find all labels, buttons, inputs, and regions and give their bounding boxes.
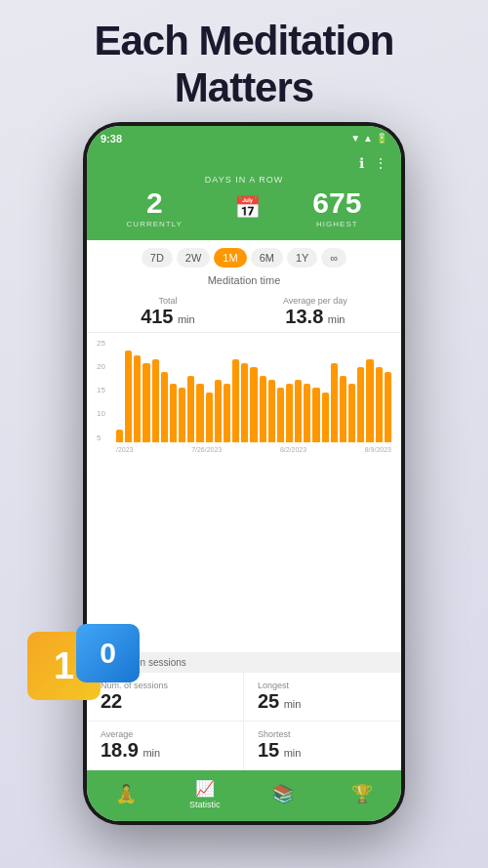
chart-bar-16 xyxy=(260,376,266,442)
calendar-overlay: 1 0 xyxy=(27,624,140,717)
average-sessions-label: Average xyxy=(101,729,229,739)
y-label-15: 15 xyxy=(97,386,105,394)
shortest-value: 15 min xyxy=(258,739,387,762)
currently-stat: 2 CURRENTLY xyxy=(127,188,183,228)
days-in-row-label: DAYS IN A ROW xyxy=(101,175,387,185)
chart-bars xyxy=(116,337,391,444)
chart-area: 25 20 15 10 5 /2023 7/26/2023 8/2/2023 8… xyxy=(87,333,401,652)
average-label: Average per day xyxy=(283,296,347,306)
chart-bar-26 xyxy=(348,384,355,441)
wifi-icon: ▼ xyxy=(350,133,360,144)
meditation-time-section-title: Meditation time xyxy=(87,271,401,290)
chart-bar-24 xyxy=(331,363,338,442)
calendar-icon: 📅 xyxy=(234,195,261,221)
filter-1m[interactable]: 1M xyxy=(214,248,246,268)
y-label-20: 20 xyxy=(97,362,105,371)
chart-bar-15 xyxy=(250,367,257,441)
chart-y-labels: 25 20 15 10 5 xyxy=(97,337,105,444)
chart-bar-11 xyxy=(215,380,222,442)
average-unit: min xyxy=(328,313,346,325)
y-label-25: 25 xyxy=(97,339,105,348)
nav-statistic[interactable]: 📈 Statistic xyxy=(166,779,245,809)
chart-bar-22 xyxy=(312,388,319,441)
library-icon: 📚 xyxy=(272,783,294,805)
chart-bar-30 xyxy=(385,372,391,442)
time-filter-bar: 7D 2W 1M 6M 1Y ∞ xyxy=(87,240,401,271)
longest-label: Longest xyxy=(258,681,387,690)
average-sessions-stat: Average 18.9 min xyxy=(87,722,244,770)
x-label-4: 8/9/2023 xyxy=(365,446,391,453)
calendar-front: 0 xyxy=(76,624,140,682)
highest-label: HIGHEST xyxy=(312,220,361,228)
x-label-3: 8/2/2023 xyxy=(280,446,306,453)
chart-bar-4 xyxy=(152,359,159,442)
signal-icon: ▲ xyxy=(363,133,373,144)
y-label-5: 5 xyxy=(97,434,105,442)
stats-row: Total 415 min Average per day 13.8 min xyxy=(87,290,401,333)
filter-6m[interactable]: 6M xyxy=(251,248,283,268)
nav-meditate[interactable]: 🧘 xyxy=(87,783,166,806)
chart-bar-0 xyxy=(116,430,123,442)
shortest-number: 15 xyxy=(258,739,279,761)
chart-bar-9 xyxy=(196,384,203,441)
page-title: Each Meditation Matters xyxy=(94,18,393,112)
total-value: 415 min xyxy=(141,306,195,328)
longest-unit: min xyxy=(284,698,302,710)
shortest-label: Shortest xyxy=(258,729,387,739)
chart-bar-17 xyxy=(268,380,275,442)
meditate-icon: 🧘 xyxy=(115,783,137,805)
y-label-10: 10 xyxy=(97,409,105,418)
battery-icon: 🔋 xyxy=(376,133,387,144)
chart-bar-1 xyxy=(125,351,132,441)
chart-bar-23 xyxy=(322,393,329,442)
longest-value: 25 min xyxy=(258,690,387,713)
chart-bar-13 xyxy=(232,359,239,442)
filter-2w[interactable]: 2W xyxy=(177,248,211,268)
chart-bar-5 xyxy=(161,372,168,442)
info-button[interactable]: ℹ xyxy=(359,155,364,171)
x-label-1: /2023 xyxy=(116,446,134,453)
total-label: Total xyxy=(141,296,195,306)
shortest-unit: min xyxy=(284,747,302,759)
chart-bar-28 xyxy=(366,359,373,442)
app-header: ℹ ⋮ DAYS IN A ROW 2 CURRENTLY 📅 675 HIGH… xyxy=(87,149,401,240)
longest-number: 25 xyxy=(258,690,279,712)
shortest-stat: Shortest 15 min xyxy=(244,722,401,770)
chart-bar-19 xyxy=(286,384,293,441)
filter-1y[interactable]: 1Y xyxy=(287,248,317,268)
chart-bar-7 xyxy=(179,388,185,441)
nav-library[interactable]: 📚 xyxy=(244,783,323,806)
filter-all[interactable]: ∞ xyxy=(321,248,346,268)
chart-bar-3 xyxy=(142,363,149,442)
calendar-back-number: 1 xyxy=(54,645,74,687)
longest-stat: Longest 25 min xyxy=(244,673,401,722)
chart-bar-25 xyxy=(340,376,346,442)
total-number: 415 xyxy=(141,306,173,327)
currently-value: 2 xyxy=(127,188,183,218)
header-actions: ℹ ⋮ xyxy=(101,155,387,171)
average-value: 13.8 min xyxy=(283,306,347,328)
average-sessions-unit: min xyxy=(142,747,160,759)
total-unit: min xyxy=(178,313,195,325)
average-sessions-number: 18.9 xyxy=(101,739,139,761)
calendar-front-number: 0 xyxy=(100,637,116,670)
status-icons: ▼ ▲ 🔋 xyxy=(350,133,387,144)
chart-bar-21 xyxy=(304,384,310,441)
statistic-icon: 📈 xyxy=(195,779,215,798)
chart-bar-29 xyxy=(376,367,383,441)
days-row: 2 CURRENTLY 📅 675 HIGHEST xyxy=(101,188,387,228)
average-number: 13.8 xyxy=(285,306,323,327)
menu-button[interactable]: ⋮ xyxy=(374,155,387,171)
highest-value: 675 xyxy=(312,188,361,218)
status-bar: 9:38 ▼ ▲ 🔋 xyxy=(87,126,401,149)
chart-x-labels: /2023 7/26/2023 8/2/2023 8/9/2023 xyxy=(116,444,391,453)
bottom-nav: 🧘 📈 Statistic 📚 🏆 xyxy=(87,770,401,821)
awards-icon: 🏆 xyxy=(351,783,373,805)
filter-7d[interactable]: 7D xyxy=(142,248,173,268)
status-time: 9:38 xyxy=(101,133,122,145)
chart-bar-18 xyxy=(277,388,284,441)
chart-bar-2 xyxy=(134,355,141,442)
nav-awards[interactable]: 🏆 xyxy=(323,783,402,806)
chart-grid: 25 20 15 10 5 xyxy=(97,337,391,444)
chart-bar-8 xyxy=(187,376,194,442)
